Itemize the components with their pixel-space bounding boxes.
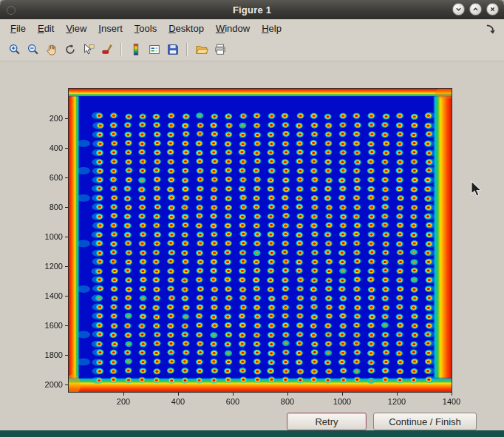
x-tick-label: 800 xyxy=(281,397,294,406)
menu-item-help[interactable]: Help xyxy=(256,21,287,36)
x-tick-label: 200 xyxy=(117,397,130,406)
y-tick-mark xyxy=(65,355,68,356)
insert-legend-icon xyxy=(148,43,161,56)
window-title: Figure 1 xyxy=(0,4,504,16)
insert-colorbar-icon xyxy=(129,43,143,56)
menu-item-view[interactable]: View xyxy=(60,21,92,36)
menu-item-insert[interactable]: Insert xyxy=(92,21,129,36)
x-tick-label: 600 xyxy=(226,397,239,406)
y-tick-mark xyxy=(65,177,68,178)
pan-hand-icon xyxy=(45,43,58,56)
x-tick-label: 400 xyxy=(171,397,185,406)
toolbar-button-zoom-in[interactable] xyxy=(6,41,23,58)
toolbar-button-pan-hand[interactable] xyxy=(43,41,60,58)
chevron-down-icon xyxy=(455,6,462,13)
toolbar xyxy=(0,38,504,61)
y-tick-mark xyxy=(65,325,68,326)
bottom-edge-strip xyxy=(0,430,504,437)
chevron-up-icon xyxy=(472,6,479,13)
x-tick-mark xyxy=(233,393,234,396)
menu-item-desktop[interactable]: Desktop xyxy=(163,21,210,36)
y-tick-mark xyxy=(65,148,68,149)
plot-wrap: 2004006008001000120014002004006008001000… xyxy=(69,89,452,392)
x-tick-label: 1400 xyxy=(443,397,460,406)
y-tick-label: 2000 xyxy=(45,380,63,389)
window-controls xyxy=(452,3,499,16)
toolbar-separator xyxy=(120,43,122,56)
toolbar-button-insert-legend[interactable] xyxy=(146,41,163,58)
y-tick-label: 200 xyxy=(50,114,63,123)
toolbar-button-brush[interactable] xyxy=(98,41,115,58)
y-tick-mark xyxy=(65,237,68,237)
figure-area: 2004006008001000120014002004006008001000… xyxy=(0,61,504,430)
shade-button[interactable] xyxy=(452,3,465,16)
toolbar-button-print[interactable] xyxy=(211,41,228,58)
menubar: FileEditViewInsertToolsDesktopWindowHelp xyxy=(0,19,504,38)
y-tick-mark xyxy=(65,207,68,208)
print-icon xyxy=(214,43,227,56)
continue-finish-button[interactable]: Continue / Finish xyxy=(373,413,477,430)
y-tick-label: 1000 xyxy=(45,232,63,241)
y-tick-label: 1200 xyxy=(45,262,63,271)
toolbar-button-insert-colorbar[interactable] xyxy=(127,41,144,58)
open-folder-icon xyxy=(195,43,208,56)
menu-item-window[interactable]: Window xyxy=(210,21,256,36)
y-tick-mark xyxy=(65,118,68,119)
menu-items: FileEditViewInsertToolsDesktopWindowHelp xyxy=(4,21,287,36)
y-tick-label: 1600 xyxy=(45,321,63,330)
zoom-out-icon xyxy=(27,43,40,56)
toolbar-button-rotate-3d[interactable] xyxy=(61,41,78,58)
brush-icon xyxy=(101,43,114,56)
x-tick-label: 1000 xyxy=(333,397,351,406)
window-menu-icon[interactable] xyxy=(7,6,16,15)
y-tick-label: 800 xyxy=(50,203,63,211)
x-tick-mark xyxy=(452,393,452,396)
y-tick-label: 400 xyxy=(50,143,63,152)
x-tick-mark xyxy=(178,393,179,396)
zoom-in-icon xyxy=(8,43,21,56)
x-tick-mark xyxy=(123,393,124,396)
menu-item-tools[interactable]: Tools xyxy=(129,21,163,36)
toolbar-separator xyxy=(186,43,188,56)
close-icon xyxy=(489,6,496,13)
x-tick-mark xyxy=(342,393,343,396)
toolbar-button-save[interactable] xyxy=(164,41,181,58)
data-cursor-icon xyxy=(82,43,95,56)
figure-window: Figure 1 FileEditViewInsertToolsDesktopW… xyxy=(0,0,504,437)
rotate-3d-icon xyxy=(64,43,77,56)
undock-arrow-icon[interactable] xyxy=(485,23,497,35)
save-icon xyxy=(166,43,180,56)
toolbar-button-zoom-out[interactable] xyxy=(24,41,41,58)
y-tick-label: 600 xyxy=(50,173,63,182)
y-tick-mark xyxy=(65,385,68,385)
toolbar-button-data-cursor[interactable] xyxy=(80,41,97,58)
retry-button[interactable]: Retry xyxy=(287,413,367,430)
titlebar[interactable]: Figure 1 xyxy=(0,0,504,19)
menu-item-file[interactable]: File xyxy=(4,21,32,36)
y-tick-label: 1800 xyxy=(45,350,63,359)
toolbar-button-open-folder[interactable] xyxy=(193,41,210,58)
y-tick-label: 1400 xyxy=(45,291,63,300)
y-tick-mark xyxy=(65,266,68,267)
x-tick-mark xyxy=(397,393,398,396)
x-tick-mark xyxy=(287,393,288,396)
close-button[interactable] xyxy=(486,3,499,16)
menu-item-edit[interactable]: Edit xyxy=(32,21,60,36)
plot-canvas[interactable] xyxy=(69,89,452,392)
maximize-button[interactable] xyxy=(469,3,482,16)
y-tick-mark xyxy=(65,296,68,297)
x-tick-label: 1200 xyxy=(388,397,406,406)
